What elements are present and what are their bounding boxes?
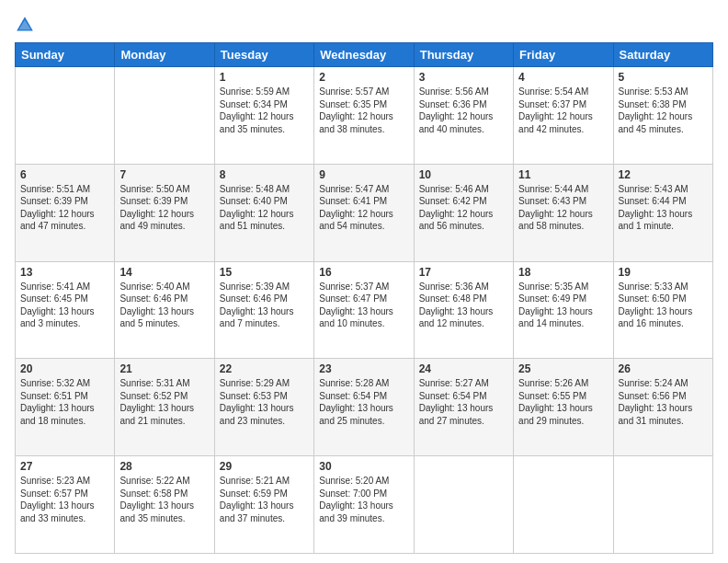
calendar-cell: 20Sunrise: 5:32 AM Sunset: 6:51 PM Dayli… bbox=[16, 359, 115, 456]
calendar-day-header: Monday bbox=[115, 43, 214, 67]
calendar-cell: 16Sunrise: 5:37 AM Sunset: 6:47 PM Dayli… bbox=[314, 261, 414, 359]
day-number: 28 bbox=[119, 460, 209, 473]
calendar-week-row: 6Sunrise: 5:51 AM Sunset: 6:39 PM Daylig… bbox=[16, 164, 713, 261]
calendar-day-header: Wednesday bbox=[314, 43, 414, 67]
day-number: 25 bbox=[518, 362, 608, 375]
calendar-cell: 28Sunrise: 5:22 AM Sunset: 6:58 PM Dayli… bbox=[115, 456, 214, 554]
day-info: Sunrise: 5:32 AM Sunset: 6:51 PM Dayligh… bbox=[20, 377, 109, 427]
day-number: 30 bbox=[319, 460, 408, 473]
calendar-cell: 21Sunrise: 5:31 AM Sunset: 6:52 PM Dayli… bbox=[115, 359, 214, 456]
day-number: 10 bbox=[419, 168, 508, 181]
day-info: Sunrise: 5:21 AM Sunset: 6:59 PM Dayligh… bbox=[220, 475, 309, 524]
day-info: Sunrise: 5:37 AM Sunset: 6:47 PM Dayligh… bbox=[319, 281, 408, 330]
day-info: Sunrise: 5:48 AM Sunset: 6:40 PM Dayligh… bbox=[220, 183, 309, 233]
day-number: 9 bbox=[319, 168, 408, 181]
day-info: Sunrise: 5:40 AM Sunset: 6:46 PM Dayligh… bbox=[119, 281, 209, 330]
calendar-cell: 8Sunrise: 5:48 AM Sunset: 6:40 PM Daylig… bbox=[214, 164, 313, 261]
day-number: 6 bbox=[20, 168, 109, 181]
calendar-cell: 27Sunrise: 5:23 AM Sunset: 6:57 PM Dayli… bbox=[16, 456, 115, 554]
calendar-cell bbox=[514, 456, 613, 554]
calendar-cell: 24Sunrise: 5:27 AM Sunset: 6:54 PM Dayli… bbox=[414, 359, 513, 456]
day-info: Sunrise: 5:23 AM Sunset: 6:57 PM Dayligh… bbox=[20, 475, 109, 524]
calendar-cell bbox=[16, 67, 115, 165]
day-info: Sunrise: 5:20 AM Sunset: 7:00 PM Dayligh… bbox=[319, 475, 408, 524]
calendar-day-header: Sunday bbox=[16, 43, 115, 67]
day-number: 12 bbox=[619, 168, 708, 181]
day-info: Sunrise: 5:50 AM Sunset: 6:39 PM Dayligh… bbox=[119, 183, 209, 233]
day-number: 8 bbox=[220, 168, 309, 181]
calendar-cell: 7Sunrise: 5:50 AM Sunset: 6:39 PM Daylig… bbox=[115, 164, 214, 261]
logo bbox=[15, 11, 39, 35]
calendar-cell: 13Sunrise: 5:41 AM Sunset: 6:45 PM Dayli… bbox=[16, 261, 115, 359]
day-info: Sunrise: 5:36 AM Sunset: 6:48 PM Dayligh… bbox=[419, 281, 508, 330]
calendar-cell: 2Sunrise: 5:57 AM Sunset: 6:35 PM Daylig… bbox=[314, 67, 414, 165]
calendar-week-row: 1Sunrise: 5:59 AM Sunset: 6:34 PM Daylig… bbox=[16, 67, 713, 165]
calendar-cell: 4Sunrise: 5:54 AM Sunset: 6:37 PM Daylig… bbox=[514, 67, 613, 165]
day-info: Sunrise: 5:35 AM Sunset: 6:49 PM Dayligh… bbox=[518, 281, 608, 330]
day-number: 26 bbox=[619, 362, 708, 375]
calendar-cell: 9Sunrise: 5:47 AM Sunset: 6:41 PM Daylig… bbox=[314, 164, 414, 261]
day-info: Sunrise: 5:33 AM Sunset: 6:50 PM Dayligh… bbox=[619, 281, 708, 330]
day-info: Sunrise: 5:26 AM Sunset: 6:55 PM Dayligh… bbox=[518, 377, 608, 427]
calendar-cell: 12Sunrise: 5:43 AM Sunset: 6:44 PM Dayli… bbox=[613, 164, 712, 261]
calendar-cell: 15Sunrise: 5:39 AM Sunset: 6:46 PM Dayli… bbox=[214, 261, 313, 359]
header bbox=[15, 11, 713, 35]
day-info: Sunrise: 5:41 AM Sunset: 6:45 PM Dayligh… bbox=[20, 281, 109, 330]
day-info: Sunrise: 5:56 AM Sunset: 6:36 PM Dayligh… bbox=[419, 86, 508, 135]
calendar-cell: 25Sunrise: 5:26 AM Sunset: 6:55 PM Dayli… bbox=[514, 359, 613, 456]
calendar-cell: 17Sunrise: 5:36 AM Sunset: 6:48 PM Dayli… bbox=[414, 261, 513, 359]
day-info: Sunrise: 5:51 AM Sunset: 6:39 PM Dayligh… bbox=[20, 183, 109, 233]
day-number: 17 bbox=[419, 266, 508, 279]
calendar-cell: 1Sunrise: 5:59 AM Sunset: 6:34 PM Daylig… bbox=[214, 67, 313, 165]
calendar-cell: 6Sunrise: 5:51 AM Sunset: 6:39 PM Daylig… bbox=[16, 164, 115, 261]
calendar-cell bbox=[115, 67, 214, 165]
day-info: Sunrise: 5:27 AM Sunset: 6:54 PM Dayligh… bbox=[419, 377, 508, 427]
day-number: 19 bbox=[619, 266, 708, 279]
calendar-cell: 5Sunrise: 5:53 AM Sunset: 6:38 PM Daylig… bbox=[613, 67, 712, 165]
calendar-cell: 30Sunrise: 5:20 AM Sunset: 7:00 PM Dayli… bbox=[314, 456, 414, 554]
day-info: Sunrise: 5:31 AM Sunset: 6:52 PM Dayligh… bbox=[119, 377, 209, 427]
day-info: Sunrise: 5:24 AM Sunset: 6:56 PM Dayligh… bbox=[619, 377, 708, 427]
day-info: Sunrise: 5:44 AM Sunset: 6:43 PM Dayligh… bbox=[518, 183, 608, 233]
day-number: 3 bbox=[419, 71, 508, 84]
calendar-cell: 29Sunrise: 5:21 AM Sunset: 6:59 PM Dayli… bbox=[214, 456, 313, 554]
day-number: 2 bbox=[319, 71, 408, 84]
day-info: Sunrise: 5:53 AM Sunset: 6:38 PM Dayligh… bbox=[619, 86, 708, 135]
day-number: 15 bbox=[220, 266, 309, 279]
day-info: Sunrise: 5:28 AM Sunset: 6:54 PM Dayligh… bbox=[319, 377, 408, 427]
calendar-cell bbox=[414, 456, 513, 554]
calendar-cell: 22Sunrise: 5:29 AM Sunset: 6:53 PM Dayli… bbox=[214, 359, 313, 456]
calendar-table: SundayMondayTuesdayWednesdayThursdayFrid… bbox=[15, 42, 713, 554]
calendar-day-header: Friday bbox=[514, 43, 613, 67]
day-number: 1 bbox=[220, 71, 309, 84]
day-number: 7 bbox=[119, 168, 209, 181]
day-number: 14 bbox=[119, 266, 209, 279]
day-number: 21 bbox=[119, 362, 209, 375]
day-number: 5 bbox=[619, 71, 708, 84]
calendar-week-row: 13Sunrise: 5:41 AM Sunset: 6:45 PM Dayli… bbox=[16, 261, 713, 359]
calendar-cell: 23Sunrise: 5:28 AM Sunset: 6:54 PM Dayli… bbox=[314, 359, 414, 456]
calendar-cell bbox=[613, 456, 712, 554]
logo-icon bbox=[15, 15, 35, 35]
calendar-day-header: Tuesday bbox=[214, 43, 313, 67]
calendar-week-row: 20Sunrise: 5:32 AM Sunset: 6:51 PM Dayli… bbox=[16, 359, 713, 456]
day-info: Sunrise: 5:43 AM Sunset: 6:44 PM Dayligh… bbox=[619, 183, 708, 233]
day-number: 27 bbox=[20, 460, 109, 473]
day-number: 23 bbox=[319, 362, 408, 375]
day-number: 20 bbox=[20, 362, 109, 375]
day-info: Sunrise: 5:46 AM Sunset: 6:42 PM Dayligh… bbox=[419, 183, 508, 233]
day-number: 29 bbox=[220, 460, 309, 473]
calendar-day-header: Saturday bbox=[613, 43, 712, 67]
calendar-cell: 26Sunrise: 5:24 AM Sunset: 6:56 PM Dayli… bbox=[613, 359, 712, 456]
day-info: Sunrise: 5:57 AM Sunset: 6:35 PM Dayligh… bbox=[319, 86, 408, 135]
day-info: Sunrise: 5:59 AM Sunset: 6:34 PM Dayligh… bbox=[220, 86, 309, 135]
day-number: 24 bbox=[419, 362, 508, 375]
calendar-day-header: Thursday bbox=[414, 43, 513, 67]
calendar-week-row: 27Sunrise: 5:23 AM Sunset: 6:57 PM Dayli… bbox=[16, 456, 713, 554]
day-number: 11 bbox=[518, 168, 608, 181]
day-number: 22 bbox=[220, 362, 309, 375]
calendar-cell: 11Sunrise: 5:44 AM Sunset: 6:43 PM Dayli… bbox=[514, 164, 613, 261]
day-info: Sunrise: 5:29 AM Sunset: 6:53 PM Dayligh… bbox=[220, 377, 309, 427]
calendar-cell: 3Sunrise: 5:56 AM Sunset: 6:36 PM Daylig… bbox=[414, 67, 513, 165]
day-info: Sunrise: 5:47 AM Sunset: 6:41 PM Dayligh… bbox=[319, 183, 408, 233]
